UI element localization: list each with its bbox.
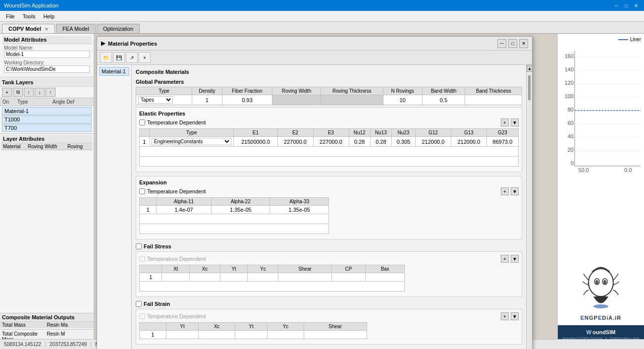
- th-band-thickness: Band Thickness: [465, 87, 522, 95]
- elastic-type-select[interactable]: EngineeringConstants: [152, 138, 232, 145]
- toolbar-add-btn[interactable]: +: [139, 52, 151, 63]
- svg-text:120: 120: [565, 80, 574, 86]
- minimize-btn[interactable]: ─: [612, 1, 620, 9]
- dialog-title-bar: ▶ Material Properties ─ □ ✕: [97, 37, 532, 51]
- fail-stress-checkbox[interactable]: [136, 243, 142, 249]
- fail-stress-remove-btn[interactable]: ▼: [511, 255, 519, 263]
- model-name-label: Model Name:: [4, 45, 90, 51]
- global-density-cell: 1: [192, 95, 222, 105]
- model-name-input[interactable]: [4, 51, 90, 58]
- fail-strain-temp-checkbox[interactable]: [139, 313, 145, 319]
- dialog-mat-item-0[interactable]: Material-1: [99, 67, 129, 76]
- th-e3: E3: [313, 129, 349, 137]
- tab-bar: COPV Model ✕ FEA Model Optimization: [0, 22, 644, 34]
- fail-stress-temp-checkbox[interactable]: [139, 256, 145, 262]
- elastic-add-btn[interactable]: +: [501, 118, 509, 126]
- global-params-title: Global Parameters: [136, 79, 522, 85]
- elastic-e1: 21500000.0: [234, 137, 277, 147]
- elastic-row-empty-2: [140, 157, 519, 167]
- dialog-close-btn[interactable]: ✕: [519, 39, 528, 48]
- scroll-top-btn[interactable]: ▲: [527, 65, 533, 72]
- fst-yt: [166, 331, 199, 339]
- expansion-temp-row: Temperature Dependent + ▼: [139, 187, 519, 195]
- fail-stress-temp-row: Temperature Dependent + ▼: [139, 255, 519, 263]
- global-type-cell: Tapes: [136, 95, 192, 105]
- fail-stress-add-btn[interactable]: +: [501, 255, 509, 263]
- material-item-0[interactable]: Material-1: [2, 107, 92, 115]
- move-up-btn[interactable]: ↑: [24, 88, 34, 97]
- maximize-btn[interactable]: □: [622, 1, 630, 9]
- fs-shear: [278, 273, 331, 282]
- dialog-minimize-btn[interactable]: ─: [497, 39, 506, 48]
- close-btn[interactable]: ✕: [632, 1, 640, 9]
- fail-strain-checkbox[interactable]: [136, 301, 142, 307]
- th-xc: Xc: [189, 265, 220, 273]
- fs-xt: [162, 273, 189, 282]
- add-layer-btn[interactable]: +: [2, 88, 12, 97]
- tab-copv-close-icon[interactable]: ✕: [45, 27, 49, 32]
- material-list: Material-1 T1000 T700: [0, 106, 94, 133]
- temp-dependent-checkbox[interactable]: [139, 119, 145, 125]
- layer-attributes-title: Layer Attributes: [1, 135, 93, 143]
- fail-stress-subsection: Temperature Dependent + ▼ Xt Xc: [136, 251, 522, 297]
- exp-empty-1: [140, 214, 329, 224]
- chart-area: Liner 160 140 120 100 80 60 40 20 0: [558, 34, 644, 259]
- layers-table-header: On Type Angle Def: [0, 98, 94, 106]
- exp-a33: 1.35e-05: [270, 206, 329, 214]
- expansion-add-btn[interactable]: +: [501, 187, 509, 195]
- scroll-track[interactable]: [527, 72, 532, 349]
- elastic-g23: 86973.0: [486, 137, 518, 147]
- move-down-btn[interactable]: ↓: [35, 88, 45, 97]
- right-panel: Liner 160 140 120 100 80 60 40 20 0: [557, 34, 644, 349]
- elastic-remove-btn[interactable]: ▼: [511, 118, 519, 126]
- menu-file[interactable]: File: [2, 12, 19, 20]
- tab-optimization[interactable]: Optimization: [97, 24, 140, 33]
- fail-strain-add-btn[interactable]: +: [501, 312, 509, 320]
- menu-tools[interactable]: Tools: [19, 12, 40, 20]
- fail-strain-remove-btn[interactable]: ▼: [511, 312, 519, 320]
- th-yc: Yc: [248, 265, 278, 273]
- elastic-table: Type E1 E2 E3 Nu12 Nu13 Nu23 G12 G13 G: [139, 128, 519, 167]
- expansion-remove-btn[interactable]: ▼: [511, 187, 519, 195]
- dialog-main-content: Composite Materials Global Parameters Ty…: [132, 65, 526, 349]
- material-properties-dialog: ▶ Material Properties ─ □ ✕ 📁 💾 ↗ +: [97, 36, 533, 349]
- tab-fea-model[interactable]: FEA Model: [56, 24, 96, 33]
- elastic-nu13: 0.28: [370, 137, 391, 147]
- dialog-maximize-btn[interactable]: □: [508, 39, 517, 48]
- fail-strain-row-0: 1: [140, 331, 367, 339]
- fail-stress-temp-label: Temperature Dependent: [147, 256, 206, 262]
- dialog-scrollbar: ▲ ▼: [526, 65, 532, 349]
- th-fst-shear: Shear: [304, 323, 367, 331]
- status-coord1: 5089134.145122: [4, 342, 46, 347]
- elastic-g12: 212000.0: [415, 137, 451, 147]
- toolbar-open-btn[interactable]: 📁: [100, 52, 112, 63]
- expansion-header: Expansion: [139, 179, 519, 185]
- menu-help[interactable]: Help: [39, 12, 58, 20]
- expansion-temp-checkbox[interactable]: [139, 188, 145, 194]
- temp-dependent-label: Temperature Dependent: [147, 119, 206, 125]
- scroll-thumb[interactable]: [528, 75, 531, 100]
- material-item-2[interactable]: T700: [2, 124, 92, 132]
- fs-cp: [331, 273, 366, 282]
- elastic-e3: 227000.0: [313, 137, 349, 147]
- fst-xc: [199, 331, 235, 339]
- svg-text:20: 20: [568, 147, 574, 153]
- toolbar-export-btn[interactable]: ↗: [126, 52, 138, 63]
- brand-text: WoundSIM: [587, 329, 616, 335]
- th-alpha22: Alpha-22: [211, 198, 270, 206]
- fail-stress-table: Xt Xc Yt Yc Shear CP Bax: [139, 265, 405, 291]
- exp-num: 1: [140, 206, 157, 214]
- model-attributes-title: Model Attributes: [2, 36, 92, 44]
- copy-layer-btn[interactable]: ⧉: [13, 88, 23, 97]
- fs-yt: [220, 273, 247, 282]
- dialog-title-icon: ▶: [101, 40, 105, 47]
- global-params-row-0: Tapes 1 0.93 10 0.5: [136, 95, 522, 105]
- material-item-1[interactable]: T1000: [2, 116, 92, 123]
- delete-layer-btn[interactable]: ↑: [46, 88, 55, 97]
- tab-copv-model[interactable]: COPV Model ✕: [2, 24, 55, 33]
- global-type-select[interactable]: Tapes: [138, 96, 173, 104]
- toolbar-save-small-btn[interactable]: 💾: [113, 52, 125, 63]
- fs-empty-1: [140, 282, 405, 291]
- working-dir-input[interactable]: [4, 65, 90, 73]
- fail-stress-row: Fail Stress: [136, 243, 522, 249]
